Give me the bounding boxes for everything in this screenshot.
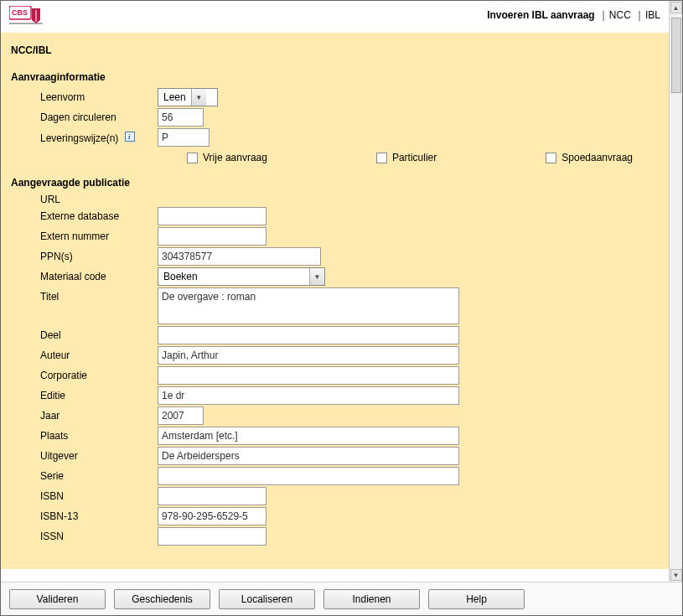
corporatie-input[interactable] bbox=[158, 366, 459, 385]
geschiedenis-button[interactable]: Geschiedenis bbox=[114, 589, 210, 609]
label-isbn: ISBN bbox=[11, 490, 158, 502]
leveringswijze-input[interactable] bbox=[158, 128, 210, 147]
checkbox-spoedaanvraag[interactable]: Spoedaanvraag bbox=[546, 152, 633, 163]
breadcrumb: Invoeren IBL aanvraag | NCC | IBL bbox=[487, 6, 660, 21]
localiseren-button[interactable]: Localiseren bbox=[219, 589, 315, 609]
info-icon[interactable]: i bbox=[125, 132, 135, 142]
label-leveringswijze: Leveringswijze(n) i bbox=[11, 132, 158, 144]
isbn-input[interactable] bbox=[158, 487, 266, 505]
plaats-input[interactable] bbox=[158, 427, 459, 445]
scroll-down-arrow-icon[interactable]: ▼ bbox=[670, 569, 682, 581]
vertical-scrollbar[interactable]: ▲ ▼ bbox=[669, 1, 682, 582]
breadcrumb-link-ncc[interactable]: NCC bbox=[609, 9, 631, 21]
valideren-button[interactable]: Valideren bbox=[9, 589, 106, 609]
dagen-circuleren-input[interactable] bbox=[158, 108, 204, 127]
label-materiaal-code: Materiaal code bbox=[11, 271, 158, 282]
titel-textarea[interactable] bbox=[158, 287, 459, 324]
label-dagen-circuleren: Dagen circuleren bbox=[11, 111, 158, 123]
ppns-input[interactable] bbox=[158, 247, 321, 266]
breadcrumb-link-ibl[interactable]: IBL bbox=[645, 9, 660, 21]
indienen-button[interactable]: Indienen bbox=[323, 589, 420, 609]
scroll-thumb[interactable] bbox=[671, 18, 681, 93]
button-bar: Valideren Geschiedenis Localiseren Indie… bbox=[1, 582, 682, 615]
label-editie: Editie bbox=[11, 390, 158, 401]
editie-input[interactable] bbox=[158, 386, 459, 405]
breadcrumb-active: Invoeren IBL aanvraag bbox=[487, 9, 595, 21]
form-panel: NCC/IBL Aanvraaginformatie Leenvorm Leen… bbox=[1, 33, 669, 569]
label-isbn13: ISBN-13 bbox=[11, 510, 158, 522]
serie-input[interactable] bbox=[158, 467, 459, 485]
svg-text:CBS: CBS bbox=[12, 8, 28, 17]
checkbox-box bbox=[376, 153, 387, 163]
section-publicatie-title: Aangevraagde publicatie bbox=[11, 177, 659, 189]
checkbox-box bbox=[546, 153, 556, 163]
materiaal-code-select[interactable]: Boeken ▼ bbox=[158, 267, 325, 286]
label-issn: ISSN bbox=[11, 531, 158, 542]
cbs-logo-icon: CBS bbox=[9, 6, 43, 24]
isbn13-input[interactable] bbox=[158, 507, 266, 525]
label-url: URL bbox=[11, 194, 158, 205]
deel-input[interactable] bbox=[158, 326, 459, 344]
section-aanvraaginformatie-title: Aanvraaginformatie bbox=[11, 71, 659, 83]
jaar-input[interactable] bbox=[158, 406, 204, 425]
scroll-up-arrow-icon[interactable]: ▲ bbox=[670, 2, 682, 13]
checkbox-vrije-aanvraag[interactable]: Vrije aanvraag bbox=[187, 152, 267, 163]
chevron-down-icon: ▼ bbox=[191, 89, 206, 106]
app-window: CBS Invoeren IBL aanvraag | NCC | IBL NC bbox=[0, 0, 683, 616]
auteur-input[interactable] bbox=[158, 346, 459, 365]
leenvorm-select[interactable]: Leen ▼ bbox=[158, 88, 218, 106]
extern-nummer-input[interactable] bbox=[158, 227, 266, 246]
help-button[interactable]: Help bbox=[428, 589, 525, 609]
label-titel: Titel bbox=[11, 287, 158, 303]
label-jaar: Jaar bbox=[11, 410, 158, 422]
panel-title: NCC/IBL bbox=[11, 44, 659, 56]
label-plaats: Plaats bbox=[11, 430, 158, 442]
label-leenvorm: Leenvorm bbox=[11, 91, 158, 103]
label-corporatie: Corporatie bbox=[11, 370, 158, 381]
label-externe-database: Externe database bbox=[11, 210, 158, 222]
issn-input[interactable] bbox=[158, 527, 266, 546]
uitgever-input[interactable] bbox=[158, 447, 459, 465]
externe-database-input[interactable] bbox=[158, 207, 266, 225]
label-auteur: Auteur bbox=[11, 349, 158, 361]
label-uitgever: Uitgever bbox=[11, 450, 158, 462]
label-extern-nummer: Extern nummer bbox=[11, 230, 158, 242]
checkbox-particulier[interactable]: Particulier bbox=[376, 152, 437, 163]
label-ppns: PPN(s) bbox=[11, 251, 158, 262]
checkbox-box bbox=[187, 153, 198, 163]
label-deel: Deel bbox=[11, 329, 158, 341]
chevron-down-icon: ▼ bbox=[309, 268, 324, 285]
label-serie: Serie bbox=[11, 470, 158, 482]
header: CBS Invoeren IBL aanvraag | NCC | IBL bbox=[1, 1, 669, 33]
